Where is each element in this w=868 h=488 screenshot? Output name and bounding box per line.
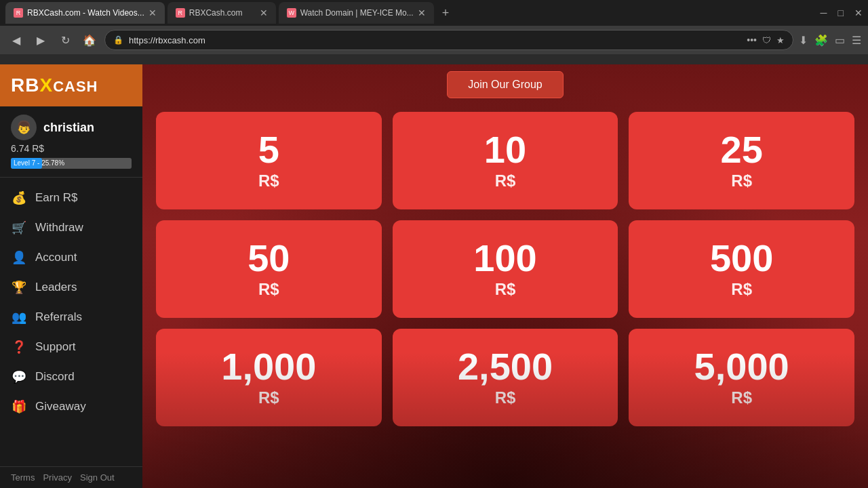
reward-card-1[interactable]: 10 R$ [393, 112, 618, 209]
join-group-button[interactable]: Join Our Group [447, 71, 563, 98]
reward-card-6[interactable]: 1,000 R$ [156, 329, 382, 426]
extensions-icon[interactable]: 🧩 [814, 34, 828, 47]
reward-currency-3: R$ [258, 280, 279, 299]
browser-titlebar: R RBXCash.com - Watch Videos... ✕ R RBXC… [0, 0, 868, 26]
menu-icon[interactable]: ☰ [852, 34, 861, 47]
sidebar-icon[interactable]: ▭ [835, 34, 845, 47]
new-tab-button[interactable]: + [437, 6, 455, 20]
logo-x: X [39, 75, 53, 96]
sidebar: RBXCASH 👦 christian 6.74 R$ Level 7 - 25… [0, 64, 142, 488]
username: christian [43, 121, 94, 135]
refresh-button[interactable]: ↻ [56, 30, 75, 49]
more-button[interactable]: ••• [747, 35, 757, 45]
earn-icon: 💰 [11, 190, 27, 205]
sidebar-item-referrals-label: Referrals [35, 310, 82, 324]
rewards-grid: 5 R$ 10 R$ 25 R$ 50 R$ 100 R$ [156, 112, 854, 426]
reward-amount-2: 25 [721, 131, 763, 169]
privacy-link[interactable]: Privacy [43, 472, 72, 483]
reward-currency-4: R$ [495, 280, 516, 299]
sidebar-item-leaders-label: Leaders [35, 281, 77, 294]
tab-1-close[interactable]: ✕ [149, 7, 157, 18]
sidebar-item-support[interactable]: ❓ Support [0, 332, 142, 362]
sidebar-item-giveaway-label: Giveaway [35, 400, 86, 413]
sidebar-item-earn[interactable]: 💰 Earn R$ [0, 183, 142, 213]
sidebar-item-leaders[interactable]: 🏆 Leaders [0, 272, 142, 302]
minimize-button[interactable]: ─ [821, 7, 827, 18]
top-banner: Join Our Group [156, 71, 854, 98]
reward-currency-0: R$ [258, 171, 279, 190]
home-button[interactable]: 🏠 [80, 30, 99, 49]
sidebar-item-account[interactable]: 👤 Account [0, 243, 142, 272]
reward-amount-7: 2,500 [458, 348, 553, 386]
sidebar-item-discord[interactable]: 💬 Discord [0, 362, 142, 392]
sidebar-item-discord-label: Discord [35, 370, 75, 384]
support-icon: ❓ [11, 340, 27, 354]
tab-3-favicon: W [287, 8, 296, 18]
nav-icons-right: ⬇ 🧩 ▭ ☰ [799, 34, 861, 47]
reward-amount-8: 5,000 [694, 348, 789, 386]
main-content-inner: Join Our Group 5 R$ 10 R$ 25 R$ 50 R$ [142, 64, 868, 488]
reward-card-2[interactable]: 25 R$ [629, 112, 854, 209]
account-icon: 👤 [11, 250, 27, 265]
bookmark-list-icon[interactable]: 🛡 [762, 35, 771, 45]
level-text: Level 7 - 25.78% [14, 158, 64, 169]
reward-amount-0: 5 [258, 131, 279, 169]
signout-link[interactable]: Sign Out [80, 472, 115, 483]
level-bar: Level 7 - 25.78% [11, 158, 132, 169]
sidebar-item-support-label: Support [35, 340, 76, 354]
avatar: 👦 [11, 115, 37, 140]
tab-1-label: RBXCash.com - Watch Videos... [27, 8, 144, 18]
tab-2[interactable]: R RBXCash.com ✕ [167, 2, 276, 24]
main-content: Join Our Group 5 R$ 10 R$ 25 R$ 50 R$ [142, 64, 868, 488]
user-area: 👦 christian 6.74 R$ Level 7 - 25.78% [0, 106, 142, 178]
sidebar-item-giveaway[interactable]: 🎁 Giveaway [0, 392, 142, 422]
address-bar[interactable]: 🔒 https://rbxcash.com ••• 🛡 ★ [104, 30, 793, 50]
tab-3[interactable]: W Watch Domain | MEY-ICE Mo... ✕ [279, 2, 434, 24]
logo-cash: CASH [53, 78, 98, 95]
terms-link[interactable]: Terms [11, 472, 35, 483]
discord-icon: 💬 [11, 369, 27, 384]
lock-icon: 🔒 [113, 35, 123, 45]
reward-currency-6: R$ [258, 388, 279, 407]
logo: RBXCASH [11, 75, 98, 96]
browser-navbar: ◀ ▶ ↻ 🏠 🔒 https://rbxcash.com ••• 🛡 ★ ⬇ … [0, 26, 868, 54]
reward-currency-2: R$ [731, 171, 752, 190]
tab-2-close[interactable]: ✕ [260, 7, 268, 18]
reward-currency-8: R$ [731, 388, 752, 407]
reward-card-5[interactable]: 500 R$ [629, 220, 854, 318]
balance: 6.74 R$ [11, 143, 132, 154]
browser-chrome: R RBXCash.com - Watch Videos... ✕ R RBXC… [0, 0, 868, 64]
sidebar-item-withdraw-label: Withdraw [35, 221, 83, 235]
reward-card-7[interactable]: 2,500 R$ [393, 329, 618, 426]
maximize-button[interactable]: □ [838, 7, 844, 18]
leaders-icon: 🏆 [11, 280, 27, 295]
sidebar-item-referrals[interactable]: 👥 Referrals [0, 302, 142, 332]
logo-rb: RB [11, 75, 39, 96]
address-text: https://rbxcash.com [129, 35, 741, 45]
tab-3-close[interactable]: ✕ [418, 7, 426, 18]
reward-amount-6: 1,000 [221, 348, 316, 386]
reward-amount-4: 100 [473, 239, 536, 277]
close-window-button[interactable]: ✕ [854, 7, 863, 18]
window-controls: ─ □ ✕ [821, 7, 863, 18]
tab-1[interactable]: R RBXCash.com - Watch Videos... ✕ [5, 2, 165, 24]
reward-card-3[interactable]: 50 R$ [156, 220, 382, 318]
reward-card-0[interactable]: 5 R$ [156, 112, 382, 209]
tab-2-favicon: R [176, 8, 185, 18]
forward-button[interactable]: ▶ [31, 30, 50, 49]
withdraw-icon: 🛒 [11, 220, 27, 235]
back-button[interactable]: ◀ [7, 30, 26, 49]
logo-area: RBXCASH [0, 64, 142, 106]
reward-card-4[interactable]: 100 R$ [393, 220, 618, 318]
sidebar-item-withdraw[interactable]: 🛒 Withdraw [0, 213, 142, 243]
star-icon[interactable]: ★ [776, 35, 785, 45]
footer-links: Terms Privacy Sign Out [0, 466, 142, 488]
user-row: 👦 christian [11, 115, 132, 140]
sidebar-item-account-label: Account [35, 251, 77, 264]
download-icon[interactable]: ⬇ [799, 34, 808, 47]
reward-currency-5: R$ [731, 280, 752, 299]
reward-card-8[interactable]: 5,000 R$ [629, 329, 854, 426]
reward-currency-7: R$ [495, 388, 516, 407]
reward-amount-3: 50 [248, 239, 290, 277]
giveaway-icon: 🎁 [11, 399, 27, 414]
